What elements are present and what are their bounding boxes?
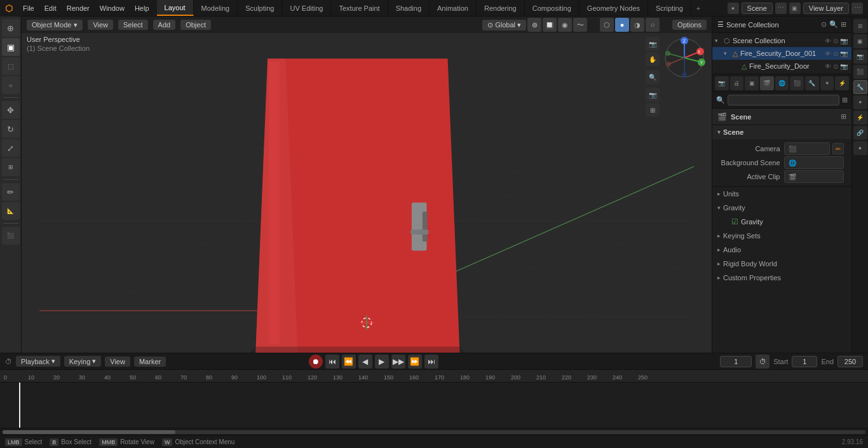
props-tab-output[interactable]: 🖨 — [730, 76, 744, 90]
annotate-tool-btn[interactable]: ✏ — [2, 183, 20, 201]
door-visibility[interactable]: 👁 — [825, 63, 831, 70]
scene-selector[interactable]: Scene — [742, 3, 773, 14]
door001-select[interactable]: ⊙ — [833, 50, 838, 57]
step-prev-btn[interactable]: ◀ — [358, 355, 372, 369]
scene-section-header[interactable]: ▾ Scene — [712, 125, 851, 139]
tab-layout[interactable]: Layout — [157, 0, 194, 16]
door001-render[interactable]: 📷 — [840, 50, 848, 57]
outliner-item-door[interactable]: ▸ △ Fire_Security_Door 👁 ⊙ 📷 — [712, 60, 851, 72]
grid-overlay-btn[interactable]: ⊞ — [646, 103, 660, 117]
outliner-item-door001[interactable]: ▾ △ Fire_Security_Door_001 👁 ⊙ 📷 — [712, 47, 851, 60]
tab-sculpting[interactable]: Sculpting — [238, 0, 282, 16]
scrollbar-thumb[interactable] — [3, 430, 175, 434]
step-next-btn[interactable]: ▶▶ — [391, 355, 405, 369]
camera-browse-btn[interactable]: ✏ — [832, 143, 844, 154]
timeline-scrollbar[interactable] — [0, 428, 868, 435]
render-preview-btn[interactable]: 📷 — [646, 88, 660, 102]
search-outliner-btn[interactable]: 🔍 — [829, 20, 838, 29]
far-right-tab-5[interactable]: 🔧 — [853, 80, 867, 94]
render-icon[interactable]: 📷 — [840, 37, 848, 44]
far-right-tab-6[interactable]: ✦ — [853, 95, 867, 109]
bg-scene-input[interactable]: 🌐 — [784, 156, 844, 169]
play-btn[interactable]: ▶ — [375, 355, 389, 369]
tab-animation[interactable]: Animation — [430, 0, 477, 16]
shading-render-btn[interactable]: ○ — [646, 18, 660, 32]
tab-uv-editing[interactable]: UV Editing — [282, 0, 331, 16]
jump-end-btn[interactable]: ⏭ — [424, 355, 438, 369]
viewport-canvas[interactable] — [22, 17, 712, 353]
rigid-body-section[interactable]: ▸ Rigid Body World — [712, 257, 851, 271]
select-circle-btn[interactable]: ○ — [2, 76, 20, 94]
props-tab-physics[interactable]: ⚡ — [835, 76, 849, 90]
zoom-viewport-btn[interactable]: 🔍 — [646, 70, 660, 84]
menu-window[interactable]: Window — [95, 0, 130, 16]
jump-prev-keyframe-btn[interactable]: ⏪ — [342, 355, 356, 369]
playback-menu-btn[interactable]: Playback ▾ — [16, 356, 60, 367]
menu-file[interactable]: File — [18, 0, 39, 16]
timeline-content[interactable] — [0, 383, 868, 428]
units-section[interactable]: ▸ Units — [712, 187, 851, 201]
scene-props-expand[interactable]: ⊞ — [841, 112, 846, 121]
navigation-gizmo[interactable]: X Y Z — [662, 36, 707, 80]
props-tab-modifier[interactable]: 🔧 — [805, 76, 819, 90]
end-frame-input[interactable]: 250 — [837, 356, 863, 367]
props-tab-view-layer[interactable]: ▣ — [745, 76, 759, 90]
visibility-icon[interactable]: 👁 — [825, 37, 831, 44]
measure-tool-btn[interactable]: 📐 — [2, 202, 20, 220]
door001-visibility[interactable]: 👁 — [825, 50, 831, 57]
camera-input[interactable]: ⬛ — [784, 142, 831, 155]
add-workspace-button[interactable]: + — [691, 4, 705, 12]
far-right-tab-2[interactable]: ▣ — [853, 34, 867, 48]
marker-menu-btn[interactable]: Marker — [134, 356, 166, 367]
viewlayer-icon[interactable]: ▣ — [789, 3, 801, 14]
select-menu-btn[interactable]: Select — [118, 20, 148, 30]
select-box-btn[interactable]: ⬚ — [2, 57, 20, 75]
options-btn[interactable]: Options — [672, 20, 707, 30]
current-frame-input[interactable]: 1 — [720, 356, 752, 367]
menu-edit[interactable]: Edit — [39, 0, 62, 16]
scale-tool-btn[interactable]: ⤢ — [2, 139, 20, 157]
far-right-tab-9[interactable]: ● — [853, 141, 867, 155]
select-tool-btn[interactable]: ▣ — [2, 38, 20, 56]
shading-solid-btn[interactable]: ● — [615, 18, 629, 32]
record-btn[interactable]: ⏺ — [309, 355, 323, 369]
menu-render[interactable]: Render — [62, 0, 95, 16]
keying-menu-btn[interactable]: Keying ▾ — [64, 356, 102, 367]
tab-scripting[interactable]: Scripting — [648, 0, 691, 16]
frame-clock-btn[interactable]: ⏱ — [756, 355, 770, 369]
outliner-options-btn[interactable]: ⊞ — [841, 20, 846, 29]
graph-btn[interactable]: 〜 — [573, 18, 587, 32]
jump-next-keyframe-btn[interactable]: ⏩ — [408, 355, 422, 369]
snap-btn[interactable]: 🔲 — [543, 18, 557, 32]
shading-material-btn[interactable]: ◑ — [630, 18, 644, 32]
view-menu-btn[interactable]: View — [88, 20, 113, 30]
gravity-section[interactable]: ▾ Gravity — [712, 201, 851, 215]
active-clip-input[interactable]: 🎬 — [784, 170, 844, 183]
viewlayer-selector[interactable]: View Layer — [803, 3, 849, 14]
custom-props-section[interactable]: ▸ Custom Properties — [712, 271, 851, 285]
scrollbar-track[interactable] — [3, 430, 865, 434]
gravity-checkbox-icon[interactable]: ☑ — [731, 217, 738, 226]
rotate-tool-btn[interactable]: ↻ — [2, 120, 20, 138]
tab-shading[interactable]: Shading — [388, 0, 430, 16]
viewlayer-options-icon[interactable]: ⋯ — [851, 3, 863, 14]
move-tool-btn[interactable]: ✥ — [2, 101, 20, 119]
tab-compositing[interactable]: Compositing — [525, 0, 580, 16]
scene-options-icon[interactable]: ⋯ — [775, 3, 787, 14]
jump-start-btn[interactable]: ⏮ — [325, 355, 339, 369]
add-menu-btn[interactable]: Add — [153, 20, 176, 30]
props-tab-object[interactable]: ⬛ — [790, 76, 804, 90]
pivot-point-btn[interactable]: ⊙ Global ▾ — [482, 20, 526, 31]
props-search-input[interactable] — [728, 95, 839, 105]
tab-modeling[interactable]: Modeling — [194, 0, 238, 16]
object-mode-btn[interactable]: Object Mode ▾ — [27, 20, 83, 31]
props-search-clear[interactable]: ⊞ — [842, 96, 848, 104]
keying-sets-section[interactable]: ▸ Keying Sets — [712, 229, 851, 243]
far-right-tab-3[interactable]: 📷 — [853, 50, 867, 64]
tab-texture-paint[interactable]: Texture Paint — [331, 0, 388, 16]
far-right-tab-1[interactable]: ⊞ — [853, 19, 867, 33]
add-object-btn[interactable]: ⬛ — [2, 227, 20, 245]
door-select[interactable]: ⊙ — [833, 63, 838, 70]
props-tab-particles[interactable]: ✦ — [820, 76, 834, 90]
outliner-scene-collection[interactable]: ▾ ⬡ Scene Collection 👁 ⊙ 📷 — [712, 34, 851, 47]
